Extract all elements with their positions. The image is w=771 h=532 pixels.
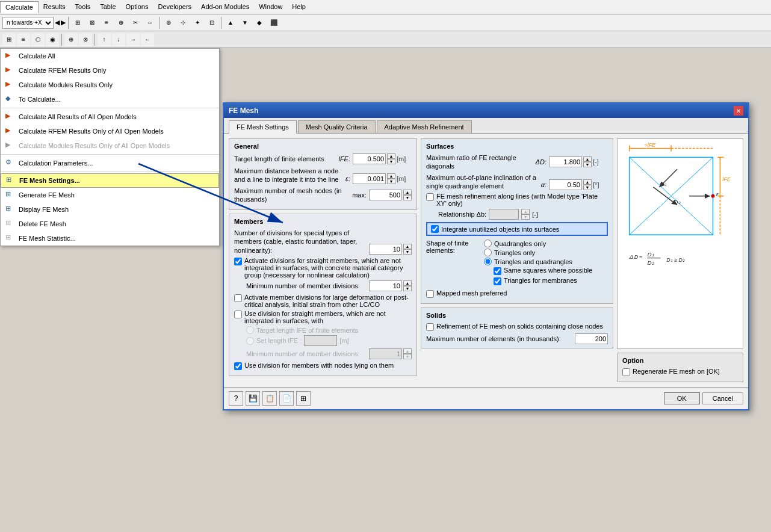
dropdown-item-to-calc[interactable]: ◆ To Calculate... <box>1 92 219 107</box>
dropdown-item-calc-modules[interactable]: ▶ Calculate Modules Results Only <box>1 78 219 92</box>
max-nodes-up[interactable]: ▲ <box>403 190 412 195</box>
dropdown-item-calc-all[interactable]: ▶ Calculate All <box>1 49 219 63</box>
dropdown-item-calc-modules-open[interactable]: ▶ Calculate Modules Results Only of All … <box>1 138 219 153</box>
max-inclination-down[interactable]: ▼ <box>583 185 592 190</box>
relationship-input[interactable] <box>489 209 519 220</box>
tab-adaptive-mesh[interactable]: Adaptive Mesh Refinement <box>377 120 472 133</box>
toolbar2-btn-7[interactable]: ↑ <box>98 33 111 46</box>
triangles-membranes-checkbox[interactable] <box>494 277 501 285</box>
set-length-radio[interactable] <box>246 337 254 345</box>
dropdown-item-fe-statistic[interactable]: ⊞ FE Mesh Statistic... <box>1 231 219 246</box>
footer-copy-button[interactable]: 📋 <box>262 391 277 406</box>
toolbar-btn-4[interactable]: ⊕ <box>114 16 128 29</box>
dropdown-item-calc-params[interactable]: ⚙ Calculation Parameters... <box>1 156 219 170</box>
menu-tools[interactable]: Tools <box>70 1 96 13</box>
use-division-checkbox[interactable] <box>234 311 242 318</box>
set-length-input[interactable] <box>304 335 337 346</box>
divisions-up[interactable]: ▲ <box>403 244 412 249</box>
toolbar-btn-10[interactable]: ⊡ <box>205 16 218 29</box>
max-distance-up[interactable]: ▲ <box>387 173 395 179</box>
footer-save-button[interactable]: 💾 <box>246 391 260 406</box>
footer-help-button[interactable]: ? <box>229 391 243 406</box>
toolbar2-btn-2[interactable]: ≡ <box>17 33 30 46</box>
direction-combo[interactable]: n towards +X <box>2 17 54 29</box>
max-ratio-down[interactable]: ▼ <box>583 162 592 167</box>
max-ratio-input[interactable] <box>549 156 582 167</box>
mapped-mesh-checkbox[interactable] <box>426 290 434 298</box>
relationship-down[interactable]: ▼ <box>521 214 530 220</box>
same-squares-checkbox[interactable] <box>494 267 501 275</box>
toolbar-btn-2[interactable]: ⊠ <box>85 16 99 29</box>
activate-straight-checkbox[interactable] <box>234 258 242 265</box>
toolbar-btn-6[interactable]: ↔ <box>143 16 156 29</box>
toolbar-btn-13[interactable]: ◆ <box>253 16 266 29</box>
min-member-div-input[interactable] <box>369 348 402 359</box>
dropdown-item-calc-rfem-open[interactable]: ▶ Calculate RFEM Results Only of All Ope… <box>1 124 219 138</box>
menu-results[interactable]: Results <box>39 1 70 13</box>
footer-paste-button[interactable]: 📄 <box>279 391 294 406</box>
toolbar2-btn-5[interactable]: ⊕ <box>64 33 78 46</box>
toolbar-btn-8[interactable]: ⊹ <box>176 16 190 29</box>
max-nodes-down[interactable]: ▼ <box>403 195 412 200</box>
quadrangles-only-radio[interactable] <box>484 240 492 247</box>
tab-mesh-quality[interactable]: Mesh Quality Criteria <box>298 120 376 133</box>
triangles-quad-radio[interactable] <box>484 258 492 265</box>
max-elements-input[interactable] <box>575 333 608 344</box>
dropdown-item-generate-fe[interactable]: ⊞ Generate FE Mesh <box>1 188 219 202</box>
menu-addons[interactable]: Add-on Modules <box>196 1 254 13</box>
max-distance-down[interactable]: ▼ <box>387 179 395 184</box>
max-inclination-input[interactable] <box>549 179 582 190</box>
divisions-down[interactable]: ▼ <box>403 249 412 255</box>
menu-calculate[interactable]: Calculate <box>0 1 39 13</box>
toolbar2-btn-9[interactable]: → <box>126 33 140 46</box>
toolbar-btn-1[interactable]: ⊞ <box>71 16 84 29</box>
dropdown-item-delete-fe[interactable]: ⊞ Delete FE Mesh <box>1 217 219 231</box>
toolbar-btn-11[interactable]: ▲ <box>224 16 237 29</box>
relationship-up[interactable]: ▲ <box>521 209 530 214</box>
toolbar-btn-14[interactable]: ⬛ <box>267 16 280 29</box>
fe-refinement-checkbox[interactable] <box>426 193 434 201</box>
toolbar-btn-12[interactable]: ▼ <box>238 16 252 29</box>
menu-help[interactable]: Help <box>287 1 311 13</box>
max-ratio-up[interactable]: ▲ <box>583 156 592 162</box>
dropdown-item-calc-rfem[interactable]: ▶ Calculate RFEM Results Only <box>1 63 219 78</box>
footer-table-button[interactable]: ⊞ <box>296 391 311 406</box>
max-nodes-input[interactable] <box>369 190 402 200</box>
target-length-up[interactable]: ▲ <box>387 153 395 159</box>
dropdown-item-display-fe[interactable]: ⊞ Display FE Mesh <box>1 202 219 217</box>
toolbar2-btn-4[interactable]: ◉ <box>46 33 59 46</box>
toolbar2-btn-3[interactable]: ⬡ <box>31 33 45 46</box>
target-length-down[interactable]: ▼ <box>387 159 395 164</box>
menu-options[interactable]: Options <box>121 1 153 13</box>
min-member-div-up[interactable]: ▲ <box>403 348 412 354</box>
max-distance-input[interactable] <box>353 173 386 184</box>
menu-table[interactable]: Table <box>95 1 120 13</box>
refinement-checkbox[interactable] <box>426 323 434 331</box>
cancel-button[interactable]: Cancel <box>702 392 743 404</box>
integrate-checkbox[interactable] <box>431 225 439 233</box>
dropdown-item-calc-all-open[interactable]: ▶ Calculate All Results of All Open Mode… <box>1 110 219 124</box>
min-divisions-down[interactable]: ▼ <box>403 286 412 291</box>
menu-developers[interactable]: Developers <box>153 1 196 13</box>
toolbar2-btn-8[interactable]: ↓ <box>112 33 125 46</box>
toolbar-btn-7[interactable]: ⊛ <box>162 16 175 29</box>
regenerate-checkbox[interactable] <box>622 368 630 376</box>
toolbar-btn-9[interactable]: ✦ <box>191 16 204 29</box>
target-length-radio[interactable] <box>246 326 254 334</box>
tab-fe-mesh-settings[interactable]: FE Mesh Settings <box>229 120 297 134</box>
toolbar2-btn-6[interactable]: ⊗ <box>79 33 92 46</box>
toolbar-btn-3[interactable]: ≡ <box>100 16 113 29</box>
toolbar-btn-5[interactable]: ✂ <box>129 16 142 29</box>
toolbar2-btn-1[interactable]: ⊞ <box>2 33 16 46</box>
max-inclination-up[interactable]: ▲ <box>583 179 592 185</box>
dialog-close-button[interactable]: ✕ <box>734 106 743 116</box>
use-nodes-checkbox[interactable] <box>234 362 242 370</box>
divisions-input[interactable] <box>369 244 402 255</box>
min-divisions-input[interactable] <box>369 280 402 291</box>
triangles-only-radio[interactable] <box>484 249 492 256</box>
dropdown-item-fe-mesh-settings[interactable]: ⊞ FE Mesh Settings... <box>1 173 219 188</box>
min-member-div-down[interactable]: ▼ <box>403 354 412 359</box>
toolbar2-btn-10[interactable]: ← <box>141 33 154 46</box>
activate-large-checkbox[interactable] <box>234 294 242 302</box>
min-divisions-up[interactable]: ▲ <box>403 280 412 286</box>
